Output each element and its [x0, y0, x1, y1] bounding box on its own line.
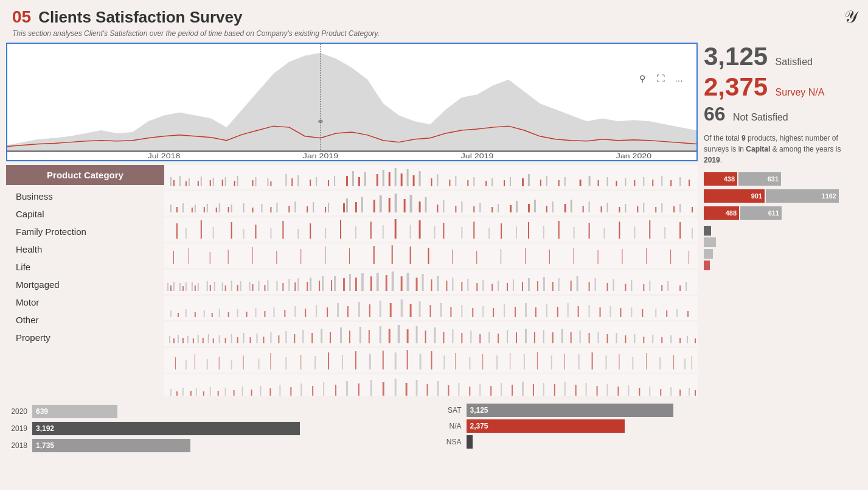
svg-rect-411 [431, 351, 432, 369]
svg-rect-256 [319, 281, 320, 291]
svg-rect-423 [207, 359, 208, 369]
svg-rect-240 [613, 279, 614, 291]
svg-rect-462 [543, 383, 544, 396]
sat-bar: 3,125 [467, 404, 673, 417]
svg-rect-118 [355, 202, 357, 212]
svg-rect-47 [234, 181, 235, 186]
capital-gray-bar: 1162 [766, 189, 839, 203]
svg-rect-91 [410, 195, 412, 212]
category-item-business[interactable]: Business [6, 187, 164, 205]
svg-rect-33 [528, 174, 530, 186]
svg-rect-451 [300, 383, 302, 396]
svg-rect-204 [173, 282, 175, 291]
svg-rect-448 [242, 387, 243, 396]
svg-rect-479 [335, 385, 336, 396]
svg-rect-366 [687, 336, 688, 343]
category-item-health[interactable]: Health [6, 240, 164, 258]
svg-rect-302 [589, 305, 590, 317]
svg-rect-492 [617, 387, 619, 396]
svg-rect-51 [310, 180, 311, 186]
year-2018-row: 2018 1,735 [6, 439, 428, 452]
svg-rect-96 [498, 204, 499, 212]
filter-icon[interactable]: ⚲ [636, 72, 649, 85]
svg-rect-98 [534, 200, 536, 212]
svg-rect-265 [446, 281, 447, 291]
svg-rect-386 [461, 333, 462, 343]
svg-rect-231 [467, 279, 468, 291]
category-item-capital[interactable]: Capital [6, 205, 164, 223]
svg-rect-189 [410, 247, 411, 264]
category-item-property[interactable]: Property [6, 329, 164, 346]
svg-rect-154 [589, 223, 590, 239]
svg-rect-414 [510, 353, 510, 369]
svg-rect-308 [195, 312, 196, 317]
svg-rect-318 [390, 303, 392, 317]
capital-highlight: Capital [746, 145, 770, 153]
svg-rect-330 [642, 309, 643, 317]
svg-rect-183 [276, 251, 277, 264]
svg-rect-493 [639, 388, 640, 396]
category-item-other[interactable]: Other [6, 311, 164, 329]
svg-rect-94 [461, 201, 462, 212]
other-bar [704, 261, 710, 270]
svg-rect-253 [282, 283, 283, 291]
svg-rect-209 [207, 281, 208, 291]
svg-rect-228 [422, 274, 424, 291]
svg-rect-93 [443, 200, 444, 212]
svg-rect-331 [666, 310, 667, 317]
survey-na-stat: 2,375 Survey N/A [704, 73, 856, 101]
svg-rect-49 [270, 181, 271, 186]
svg-rect-339 [219, 335, 220, 343]
year-2020-label: 2020 [6, 407, 27, 416]
svg-rect-477 [290, 387, 291, 396]
svg-rect-311 [246, 312, 248, 317]
svg-rect-217 [276, 281, 277, 291]
more-icon[interactable]: … [672, 72, 686, 85]
svg-rect-375 [263, 337, 264, 343]
svg-rect-168 [461, 227, 462, 239]
svg-rect-352 [434, 327, 436, 343]
svg-rect-490 [575, 385, 577, 396]
svg-rect-365 [670, 335, 672, 343]
business-gray-bar: 631 [738, 172, 781, 186]
svg-rect-147 [395, 219, 397, 239]
svg-rect-149 [443, 223, 444, 239]
sat-value: 3,125 [470, 406, 488, 415]
category-item-mortgaged[interactable]: Mortgaged [6, 276, 164, 293]
svg-rect-151 [501, 223, 502, 239]
svg-rect-227 [407, 273, 409, 291]
svg-rect-483 [427, 384, 428, 396]
survey-na-label: Survey N/A [776, 87, 825, 97]
svg-rect-475 [251, 390, 252, 396]
svg-rect-326 [557, 307, 558, 317]
svg-rect-172 [574, 227, 575, 239]
svg-rect-329 [620, 308, 621, 317]
category-item-life[interactable]: Life [6, 258, 164, 276]
svg-rect-229 [437, 276, 439, 291]
expand-icon[interactable]: ⛶ [654, 72, 667, 85]
svg-rect-388 [498, 334, 499, 343]
svg-rect-433 [469, 357, 470, 369]
svg-rect-494 [660, 389, 661, 396]
svg-rect-378 [311, 333, 313, 343]
svg-rect-264 [431, 279, 432, 291]
svg-rect-316 [347, 306, 349, 317]
svg-rect-123 [437, 205, 438, 212]
category-item-family-protection[interactable]: Family Protection [6, 223, 164, 240]
svg-rect-30 [473, 177, 474, 186]
capital-bars: 901 1162 [704, 189, 856, 203]
svg-rect-87 [346, 198, 348, 212]
insight-text: Of the total 9 products, highest number … [704, 133, 856, 166]
not-satisfied-count: 66 [704, 103, 726, 125]
svg-rect-50 [291, 178, 293, 186]
svg-rect-137 [692, 207, 693, 212]
svg-rect-32 [510, 177, 511, 186]
svg-rect-14 [225, 177, 226, 186]
svg-rect-62 [485, 181, 487, 186]
svg-rect-35 [564, 177, 566, 186]
svg-rect-369 [193, 338, 194, 343]
svg-rect-161 [270, 228, 271, 239]
category-item-motor[interactable]: Motor [6, 293, 164, 311]
svg-rect-42 [173, 180, 175, 186]
svg-rect-429 [369, 354, 371, 369]
